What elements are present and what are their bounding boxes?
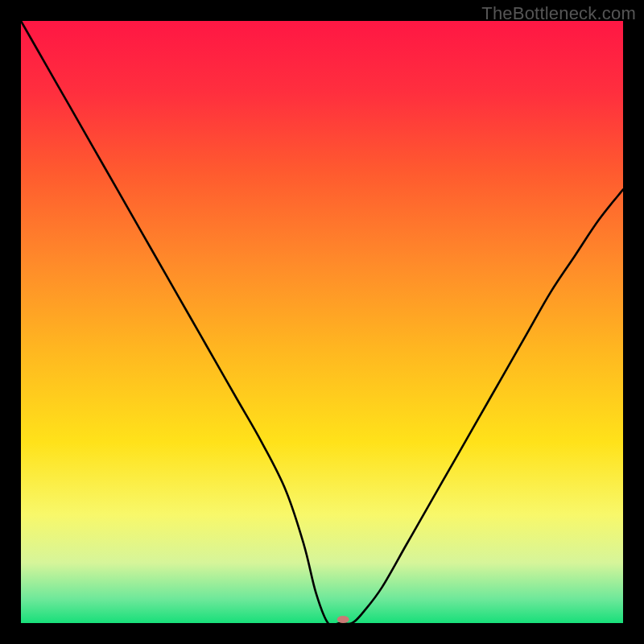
optimal-marker	[337, 616, 349, 623]
chart-frame: TheBottleneck.com	[0, 0, 644, 644]
bottleneck-plot	[21, 21, 623, 623]
watermark-label: TheBottleneck.com	[481, 3, 636, 24]
